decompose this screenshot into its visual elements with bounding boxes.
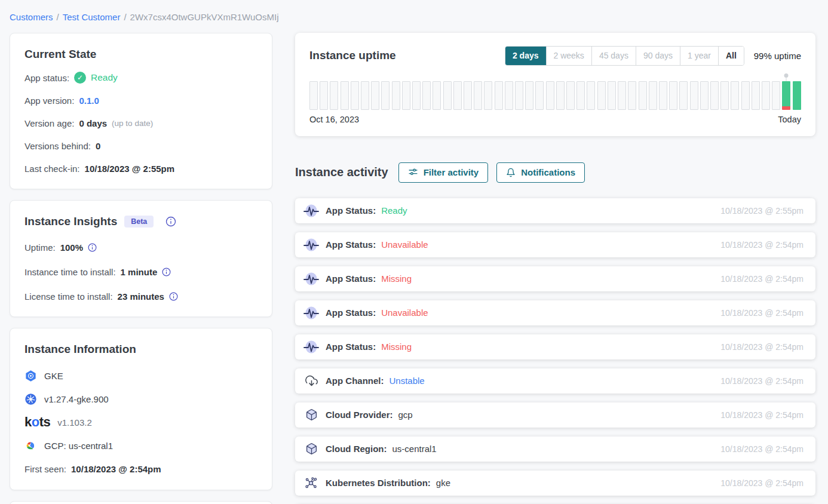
uptime-summary: 99% uptime: [754, 51, 801, 61]
info-icon[interactable]: [87, 242, 97, 253]
gcp-icon: [24, 440, 37, 452]
uptime-bar[interactable]: [679, 81, 688, 110]
range-button-1-year[interactable]: 1 year: [680, 47, 719, 65]
breadcrumb-customers-link[interactable]: Customers: [10, 12, 53, 22]
uptime-bar[interactable]: [535, 81, 544, 110]
app-status-label: App status:: [24, 73, 69, 83]
versions-behind-label: Versions behind:: [24, 141, 91, 151]
uptime-bar[interactable]: [690, 81, 698, 110]
uptime-bar[interactable]: [309, 81, 318, 110]
instance-activity-title: Instance activity: [295, 165, 388, 179]
uptime-bar[interactable]: [628, 81, 636, 110]
uptime-bar[interactable]: [700, 81, 709, 110]
info-icon[interactable]: [165, 216, 177, 228]
uptime-bar[interactable]: [453, 81, 462, 110]
activity-row[interactable]: App Status: Ready 10/18/2023 @ 2:55pm: [295, 198, 815, 223]
activity-row[interactable]: App Channel: Unstable 10/18/2023 @ 2:54p…: [295, 368, 815, 394]
uptime-bar[interactable]: [566, 81, 575, 110]
range-button-2-weeks[interactable]: 2 weeks: [547, 47, 592, 65]
version-age-note: (up to date): [112, 119, 153, 128]
activity-value: Unstable: [390, 376, 425, 386]
activity-row[interactable]: App Status: Unavailable 10/18/2023 @ 2:5…: [295, 300, 815, 325]
uptime-bar[interactable]: [576, 81, 585, 110]
range-button-2-days[interactable]: 2 days: [505, 47, 547, 65]
uptime-bar[interactable]: [412, 81, 421, 110]
beta-badge: Beta: [124, 216, 154, 228]
activity-row[interactable]: Cloud Provider: gcp 10/18/2023 @ 2:54pm: [295, 402, 815, 428]
uptime-bar[interactable]: [474, 81, 482, 110]
notifications-button[interactable]: Notifications: [496, 162, 585, 183]
pulse-icon: [303, 237, 319, 253]
uptime-bar[interactable]: [464, 81, 472, 110]
uptime-bar[interactable]: [659, 81, 667, 110]
range-button-45-days[interactable]: 45 days: [592, 47, 636, 65]
activity-label: App Status:: [326, 342, 376, 352]
filter-activity-button[interactable]: Filter activity: [398, 162, 489, 183]
uptime-bar[interactable]: [515, 81, 523, 110]
uptime-bar[interactable]: [741, 81, 750, 110]
uptime-bar[interactable]: [731, 81, 739, 110]
uptime-bar[interactable]: [351, 81, 359, 110]
activity-row[interactable]: App Status: Unavailable 10/18/2023 @ 2:5…: [295, 232, 815, 257]
uptime-bar[interactable]: [772, 81, 780, 110]
uptime-bar[interactable]: [546, 81, 554, 110]
uptime-bar[interactable]: [341, 81, 349, 110]
uptime-range-group: 2 days 2 weeks 45 days 90 days 1 year Al…: [505, 46, 744, 66]
last-checkin-value: 10/18/2023 @ 2:55pm: [85, 164, 175, 174]
uptime-bar[interactable]: [402, 81, 410, 110]
kots-version-value: v1.103.2: [57, 417, 92, 428]
activity-label: App Status:: [326, 273, 376, 284]
uptime-bar[interactable]: [330, 81, 338, 110]
instance-time-value: 1 minute: [121, 267, 158, 277]
app-version-link[interactable]: 0.1.0: [79, 96, 99, 106]
info-icon[interactable]: [168, 291, 179, 302]
app-version-label: App version:: [24, 96, 74, 106]
package-icon: [303, 441, 319, 457]
uptime-bar[interactable]: [649, 81, 657, 110]
current-state-card: Current State App status: ✓ Ready App ve…: [10, 33, 272, 189]
activity-row[interactable]: App Status: Missing 10/18/2023 @ 2:54pm: [295, 266, 815, 291]
uptime-bar[interactable]: [720, 81, 729, 110]
uptime-bar[interactable]: [587, 81, 595, 110]
uptime-bar[interactable]: [618, 81, 626, 110]
uptime-bar[interactable]: [371, 81, 379, 110]
uptime-bar[interactable]: [392, 81, 400, 110]
activity-row[interactable]: Kubernetes Distribution: gke 10/18/2023 …: [295, 471, 815, 496]
uptime-bar[interactable]: [710, 81, 719, 110]
uptime-bar[interactable]: [381, 81, 390, 110]
current-state-title: Current State: [24, 48, 257, 61]
uptime-bar[interactable]: [443, 81, 452, 110]
activity-row[interactable]: App Status: Missing 10/18/2023 @ 2:54pm: [295, 334, 815, 359]
uptime-bar[interactable]: [495, 81, 503, 110]
uptime-bar[interactable]: [793, 81, 801, 110]
breadcrumb-customer-link[interactable]: Test Customer: [63, 12, 121, 22]
uptime-bar[interactable]: [320, 81, 328, 110]
uptime-bar[interactable]: [597, 81, 606, 110]
activity-label: App Status:: [326, 308, 376, 318]
activity-value: us-central1: [392, 444, 436, 454]
first-seen-value: 10/18/2023 @ 2:54pm: [71, 464, 161, 474]
uptime-bar[interactable]: [639, 81, 647, 110]
activity-timestamp: 10/18/2023 @ 2:55pm: [720, 206, 804, 216]
uptime-bar[interactable]: [556, 81, 565, 110]
info-icon[interactable]: [161, 267, 171, 277]
uptime-bar[interactable]: [752, 81, 760, 110]
uptime-bar[interactable]: [525, 81, 533, 110]
uptime-bar[interactable]: [484, 81, 492, 110]
range-button-90-days[interactable]: 90 days: [636, 47, 680, 65]
uptime-bar[interactable]: [422, 81, 431, 110]
chart-start-label: Oct 16, 2023: [309, 115, 359, 124]
uptime-bar[interactable]: [361, 81, 369, 110]
kots-version-row: kots v1.103.2: [24, 416, 257, 429]
activity-timestamp: 10/18/2023 @ 2:54pm: [720, 444, 804, 454]
activity-row[interactable]: Cloud Region: us-central1 10/18/2023 @ 2…: [295, 437, 815, 462]
uptime-bar[interactable]: [608, 81, 616, 110]
k8s-version-row: v1.27.4-gke.900: [24, 392, 257, 405]
uptime-bar[interactable]: [782, 81, 790, 110]
versions-behind-value: 0: [96, 141, 100, 151]
range-button-all[interactable]: All: [719, 47, 744, 65]
uptime-bar[interactable]: [762, 81, 770, 110]
uptime-bar[interactable]: [505, 81, 513, 110]
uptime-bar[interactable]: [669, 81, 677, 110]
uptime-bar[interactable]: [433, 81, 441, 110]
